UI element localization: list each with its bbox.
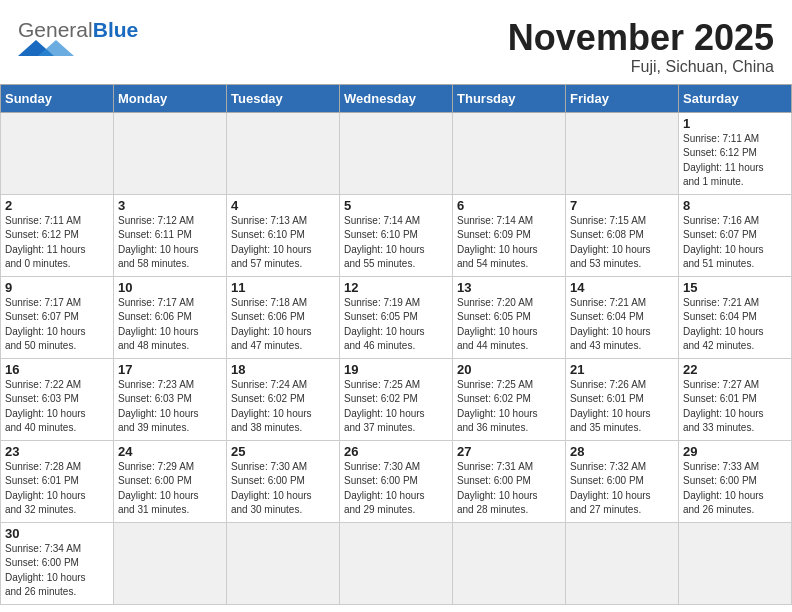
weekday-header-row: Sunday Monday Tuesday Wednesday Thursday…	[1, 84, 792, 112]
day-number: 27	[457, 444, 561, 459]
location: Fuji, Sichuan, China	[508, 58, 774, 76]
day-info: Sunrise: 7:30 AM Sunset: 6:00 PM Dayligh…	[231, 460, 335, 518]
day-info: Sunrise: 7:22 AM Sunset: 6:03 PM Dayligh…	[5, 378, 109, 436]
day-number: 11	[231, 280, 335, 295]
day-number: 12	[344, 280, 448, 295]
calendar-cell: 7Sunrise: 7:15 AM Sunset: 6:08 PM Daylig…	[566, 194, 679, 276]
day-info: Sunrise: 7:34 AM Sunset: 6:00 PM Dayligh…	[5, 542, 109, 600]
day-number: 24	[118, 444, 222, 459]
day-number: 29	[683, 444, 787, 459]
calendar-cell: 23Sunrise: 7:28 AM Sunset: 6:01 PM Dayli…	[1, 440, 114, 522]
calendar-cell: 17Sunrise: 7:23 AM Sunset: 6:03 PM Dayli…	[114, 358, 227, 440]
day-number: 4	[231, 198, 335, 213]
day-info: Sunrise: 7:11 AM Sunset: 6:12 PM Dayligh…	[683, 132, 787, 190]
calendar-cell: 9Sunrise: 7:17 AM Sunset: 6:07 PM Daylig…	[1, 276, 114, 358]
calendar-cell: 20Sunrise: 7:25 AM Sunset: 6:02 PM Dayli…	[453, 358, 566, 440]
logo-general: General	[18, 18, 93, 41]
header-monday: Monday	[114, 84, 227, 112]
logo: GeneralBlue	[18, 18, 138, 62]
day-info: Sunrise: 7:25 AM Sunset: 6:02 PM Dayligh…	[457, 378, 561, 436]
day-info: Sunrise: 7:14 AM Sunset: 6:09 PM Dayligh…	[457, 214, 561, 272]
day-info: Sunrise: 7:33 AM Sunset: 6:00 PM Dayligh…	[683, 460, 787, 518]
day-number: 9	[5, 280, 109, 295]
day-info: Sunrise: 7:30 AM Sunset: 6:00 PM Dayligh…	[344, 460, 448, 518]
calendar-cell: 24Sunrise: 7:29 AM Sunset: 6:00 PM Dayli…	[114, 440, 227, 522]
calendar-cell	[453, 112, 566, 194]
calendar-cell	[340, 522, 453, 604]
day-info: Sunrise: 7:29 AM Sunset: 6:00 PM Dayligh…	[118, 460, 222, 518]
day-info: Sunrise: 7:19 AM Sunset: 6:05 PM Dayligh…	[344, 296, 448, 354]
calendar-cell: 27Sunrise: 7:31 AM Sunset: 6:00 PM Dayli…	[453, 440, 566, 522]
calendar-week-row: 30Sunrise: 7:34 AM Sunset: 6:00 PM Dayli…	[1, 522, 792, 604]
calendar-cell: 6Sunrise: 7:14 AM Sunset: 6:09 PM Daylig…	[453, 194, 566, 276]
header-saturday: Saturday	[679, 84, 792, 112]
calendar-cell	[453, 522, 566, 604]
header-sunday: Sunday	[1, 84, 114, 112]
header-tuesday: Tuesday	[227, 84, 340, 112]
day-number: 16	[5, 362, 109, 377]
calendar-cell: 1Sunrise: 7:11 AM Sunset: 6:12 PM Daylig…	[679, 112, 792, 194]
day-number: 18	[231, 362, 335, 377]
calendar-cell: 22Sunrise: 7:27 AM Sunset: 6:01 PM Dayli…	[679, 358, 792, 440]
calendar-cell	[114, 522, 227, 604]
day-number: 30	[5, 526, 109, 541]
day-number: 14	[570, 280, 674, 295]
title-area: November 2025 Fuji, Sichuan, China	[508, 18, 774, 76]
calendar-table: Sunday Monday Tuesday Wednesday Thursday…	[0, 84, 792, 605]
logo-blue: Blue	[93, 18, 139, 41]
month-title: November 2025	[508, 18, 774, 58]
calendar-week-row: 9Sunrise: 7:17 AM Sunset: 6:07 PM Daylig…	[1, 276, 792, 358]
day-number: 22	[683, 362, 787, 377]
day-info: Sunrise: 7:28 AM Sunset: 6:01 PM Dayligh…	[5, 460, 109, 518]
day-number: 23	[5, 444, 109, 459]
header-friday: Friday	[566, 84, 679, 112]
day-info: Sunrise: 7:17 AM Sunset: 6:06 PM Dayligh…	[118, 296, 222, 354]
day-info: Sunrise: 7:27 AM Sunset: 6:01 PM Dayligh…	[683, 378, 787, 436]
day-number: 21	[570, 362, 674, 377]
day-info: Sunrise: 7:18 AM Sunset: 6:06 PM Dayligh…	[231, 296, 335, 354]
day-info: Sunrise: 7:14 AM Sunset: 6:10 PM Dayligh…	[344, 214, 448, 272]
day-info: Sunrise: 7:13 AM Sunset: 6:10 PM Dayligh…	[231, 214, 335, 272]
calendar-cell: 15Sunrise: 7:21 AM Sunset: 6:04 PM Dayli…	[679, 276, 792, 358]
calendar-cell: 11Sunrise: 7:18 AM Sunset: 6:06 PM Dayli…	[227, 276, 340, 358]
calendar-cell: 14Sunrise: 7:21 AM Sunset: 6:04 PM Dayli…	[566, 276, 679, 358]
calendar-cell: 2Sunrise: 7:11 AM Sunset: 6:12 PM Daylig…	[1, 194, 114, 276]
day-info: Sunrise: 7:16 AM Sunset: 6:07 PM Dayligh…	[683, 214, 787, 272]
day-number: 20	[457, 362, 561, 377]
day-number: 7	[570, 198, 674, 213]
calendar-cell: 8Sunrise: 7:16 AM Sunset: 6:07 PM Daylig…	[679, 194, 792, 276]
day-number: 5	[344, 198, 448, 213]
calendar-cell: 28Sunrise: 7:32 AM Sunset: 6:00 PM Dayli…	[566, 440, 679, 522]
logo-icon	[18, 40, 98, 58]
calendar-week-row: 1Sunrise: 7:11 AM Sunset: 6:12 PM Daylig…	[1, 112, 792, 194]
day-info: Sunrise: 7:26 AM Sunset: 6:01 PM Dayligh…	[570, 378, 674, 436]
calendar-cell: 13Sunrise: 7:20 AM Sunset: 6:05 PM Dayli…	[453, 276, 566, 358]
day-number: 3	[118, 198, 222, 213]
calendar-week-row: 2Sunrise: 7:11 AM Sunset: 6:12 PM Daylig…	[1, 194, 792, 276]
calendar-cell: 29Sunrise: 7:33 AM Sunset: 6:00 PM Dayli…	[679, 440, 792, 522]
day-number: 6	[457, 198, 561, 213]
day-info: Sunrise: 7:24 AM Sunset: 6:02 PM Dayligh…	[231, 378, 335, 436]
calendar-cell	[227, 522, 340, 604]
day-number: 15	[683, 280, 787, 295]
day-number: 28	[570, 444, 674, 459]
calendar-cell: 4Sunrise: 7:13 AM Sunset: 6:10 PM Daylig…	[227, 194, 340, 276]
calendar-cell	[340, 112, 453, 194]
day-number: 2	[5, 198, 109, 213]
calendar-cell: 16Sunrise: 7:22 AM Sunset: 6:03 PM Dayli…	[1, 358, 114, 440]
day-info: Sunrise: 7:15 AM Sunset: 6:08 PM Dayligh…	[570, 214, 674, 272]
header-wednesday: Wednesday	[340, 84, 453, 112]
calendar-cell: 30Sunrise: 7:34 AM Sunset: 6:00 PM Dayli…	[1, 522, 114, 604]
calendar-cell: 25Sunrise: 7:30 AM Sunset: 6:00 PM Dayli…	[227, 440, 340, 522]
day-number: 26	[344, 444, 448, 459]
day-number: 1	[683, 116, 787, 131]
day-info: Sunrise: 7:31 AM Sunset: 6:00 PM Dayligh…	[457, 460, 561, 518]
calendar-cell: 19Sunrise: 7:25 AM Sunset: 6:02 PM Dayli…	[340, 358, 453, 440]
calendar-cell: 10Sunrise: 7:17 AM Sunset: 6:06 PM Dayli…	[114, 276, 227, 358]
header: GeneralBlue November 2025 Fuji, Sichuan,…	[0, 0, 792, 84]
day-number: 25	[231, 444, 335, 459]
day-number: 13	[457, 280, 561, 295]
day-info: Sunrise: 7:12 AM Sunset: 6:11 PM Dayligh…	[118, 214, 222, 272]
calendar-cell	[566, 112, 679, 194]
calendar-cell	[227, 112, 340, 194]
